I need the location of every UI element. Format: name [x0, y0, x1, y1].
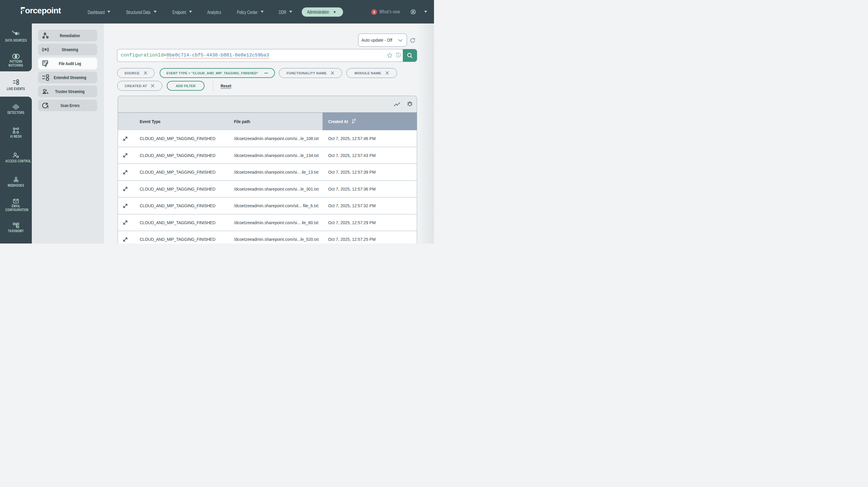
svg-text:orcepoint: orcepoint	[25, 6, 61, 15]
